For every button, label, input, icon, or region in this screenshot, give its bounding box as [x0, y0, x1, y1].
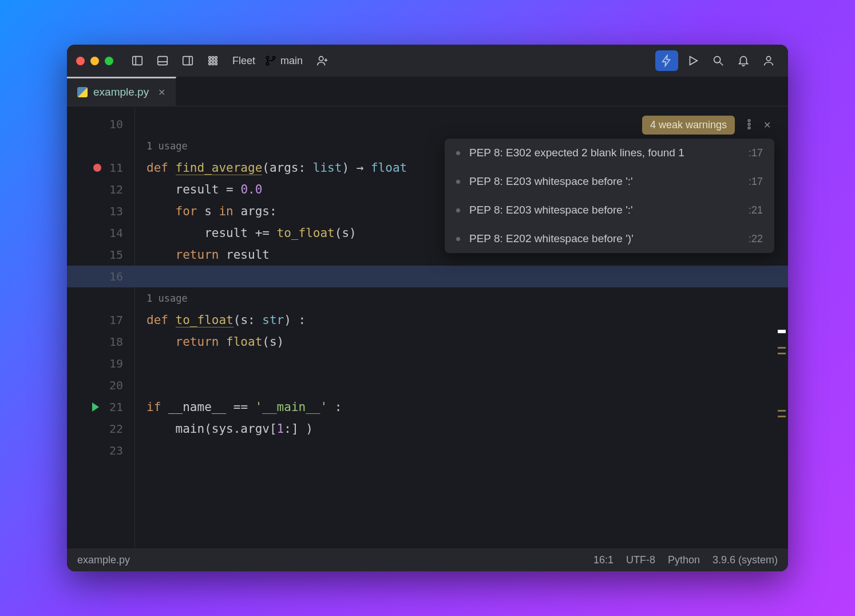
line-number: 14 [67, 222, 134, 244]
svg-line-23 [720, 62, 723, 66]
problems-panel: PEP 8: E302 expected 2 blank lines, foun… [445, 139, 774, 253]
problem-row[interactable]: PEP 8: E203 whitespace before ':' :17 [445, 167, 774, 196]
apps-grid-icon[interactable] [203, 50, 223, 71]
svg-point-26 [748, 123, 750, 125]
bullet-icon [456, 208, 460, 212]
bullet-icon [456, 151, 460, 155]
problem-row[interactable]: PEP 8: E302 expected 2 blank lines, foun… [445, 139, 774, 167]
svg-point-16 [272, 56, 275, 59]
code-line: main(sys.argv[1:] ) [135, 418, 788, 440]
svg-point-17 [266, 62, 269, 65]
svg-rect-4 [183, 57, 193, 65]
tabbar: example.py ✕ [67, 77, 788, 106]
gutter: 10 11 12 13 14 15 16 17 18 19 20 21 22 2… [67, 106, 134, 548]
line-number: 13 [67, 200, 134, 222]
svg-point-24 [766, 57, 770, 61]
line-number: 10 [67, 113, 134, 135]
svg-point-22 [714, 57, 721, 63]
svg-point-10 [212, 60, 214, 62]
more-icon[interactable] [743, 118, 755, 133]
scrollbar-markers [780, 141, 786, 548]
svg-point-25 [748, 119, 750, 121]
line-number-run[interactable]: 21 [67, 396, 134, 418]
svg-point-8 [215, 57, 217, 59]
status-interpreter[interactable]: 3.9.6 (system) [712, 554, 778, 566]
gutter-gap [67, 135, 134, 157]
code-line [135, 353, 788, 374]
status-filepath[interactable]: example.py [77, 554, 130, 566]
editor[interactable]: 4 weak warnings ✕ 10 11 12 13 14 15 16 1… [67, 106, 788, 548]
panel-left-icon[interactable] [127, 50, 148, 71]
tab-example-py[interactable]: example.py ✕ [67, 77, 176, 106]
titlebar: Fleet main [67, 45, 788, 77]
svg-rect-0 [133, 57, 142, 65]
svg-point-6 [209, 57, 211, 59]
close-problems-icon[interactable]: ✕ [763, 120, 771, 131]
close-window-icon[interactable] [76, 57, 85, 65]
python-file-icon [77, 87, 88, 97]
code-line: return float(s) [135, 331, 788, 353]
svg-point-12 [209, 63, 211, 65]
usage-hint[interactable]: 1 usage [135, 287, 788, 309]
line-number: 18 [67, 331, 134, 353]
svg-point-13 [212, 63, 214, 65]
code-line: def to_float(s: str) : [135, 309, 788, 331]
code-line [135, 440, 788, 461]
add-user-icon[interactable] [312, 50, 332, 71]
line-number: 12 [67, 179, 134, 200]
status-language[interactable]: Python [668, 554, 700, 566]
svg-point-27 [748, 127, 750, 129]
line-number-breakpoint[interactable]: 11 [67, 157, 134, 179]
problem-location: :17 [749, 176, 763, 188]
svg-point-11 [215, 60, 217, 62]
line-number: 19 [67, 353, 134, 374]
line-number: 17 [67, 309, 134, 331]
bullet-icon [456, 237, 460, 241]
svg-point-18 [319, 57, 323, 61]
problem-location: :17 [749, 147, 763, 159]
line-number: 15 [67, 244, 134, 266]
svg-point-15 [266, 56, 269, 59]
line-number: 20 [67, 374, 134, 396]
notifications-icon[interactable] [733, 50, 754, 71]
svg-point-7 [212, 57, 214, 59]
panel-right-icon[interactable] [177, 50, 198, 71]
svg-point-14 [215, 63, 217, 65]
smart-mode-icon[interactable] [655, 50, 678, 71]
tab-label: example.py [93, 86, 149, 98]
branch-selector[interactable]: main [264, 54, 307, 67]
bullet-icon [456, 180, 460, 184]
code-line [135, 374, 788, 396]
problem-location: :22 [749, 233, 763, 245]
code-line-current [123, 266, 788, 287]
line-number: 22 [67, 418, 134, 440]
code-line: if __name__ == '__main__' : [135, 396, 788, 418]
line-number: 23 [67, 440, 134, 461]
search-icon[interactable] [708, 50, 729, 71]
ide-window: Fleet main example.py ✕ [67, 45, 788, 571]
account-icon[interactable] [758, 50, 779, 71]
svg-marker-21 [690, 57, 698, 65]
problems-summary: 4 weak warnings ✕ [642, 116, 771, 135]
status-cursor[interactable]: 16:1 [593, 554, 613, 566]
warnings-badge[interactable]: 4 weak warnings [642, 116, 735, 135]
window-controls [76, 57, 113, 65]
problem-row[interactable]: PEP 8: E202 whitespace before ')' :22 [445, 224, 774, 253]
app-name-label[interactable]: Fleet [228, 55, 260, 67]
statusbar: example.py 16:1 UTF-8 Python 3.9.6 (syst… [67, 548, 788, 571]
svg-rect-2 [158, 57, 168, 65]
panel-bottom-icon[interactable] [152, 50, 173, 71]
gutter-gap [67, 287, 134, 309]
close-tab-icon[interactable]: ✕ [158, 87, 165, 98]
status-encoding[interactable]: UTF-8 [626, 554, 655, 566]
minimize-window-icon[interactable] [90, 57, 99, 65]
svg-point-9 [209, 60, 211, 62]
problem-row[interactable]: PEP 8: E203 whitespace before ':' :21 [445, 196, 774, 224]
problem-location: :21 [749, 204, 763, 216]
maximize-window-icon[interactable] [105, 57, 113, 65]
branch-label: main [279, 55, 307, 67]
run-icon[interactable] [683, 50, 703, 71]
